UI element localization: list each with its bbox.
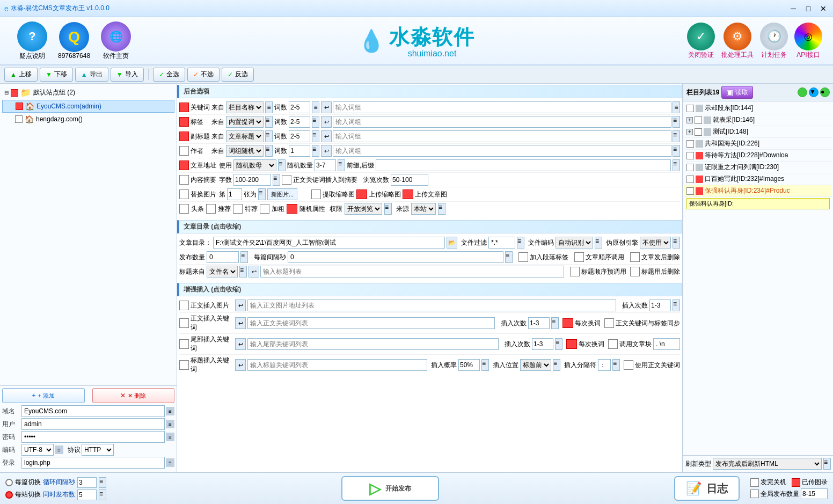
each-replace-keyword-checkbox[interactable]	[562, 318, 573, 328]
col-item-148[interactable]: + 测试[ID:148]	[684, 126, 832, 138]
keyword-copy-btn[interactable]: ↩	[321, 101, 332, 113]
global-count-input[interactable]	[801, 488, 828, 499]
insert-keyword-summary-checkbox[interactable]	[282, 175, 291, 185]
directory-input[interactable]	[213, 237, 445, 249]
article-order-checkbox[interactable]	[574, 252, 584, 262]
title-sep-input[interactable]	[598, 359, 611, 371]
tag-source-btn[interactable]: ≡	[265, 116, 273, 128]
col-item-144[interactable]: 示却段东[ID:144]	[684, 103, 832, 114]
subtitle-count-input[interactable]	[289, 130, 310, 142]
publish-count-input[interactable]	[207, 251, 239, 263]
col226-checkbox[interactable]	[686, 140, 694, 148]
tag-checkbox[interactable]	[179, 117, 189, 127]
subtitle-source-btn[interactable]: ≡	[265, 130, 273, 142]
encoding-select[interactable]: UTF-8	[21, 444, 54, 456]
file-filter-input[interactable]	[488, 237, 515, 249]
replace-image-btn[interactable]: ≡	[258, 188, 266, 200]
insert-keyword-checkbox[interactable]	[179, 318, 189, 328]
random-count-btn[interactable]: ≡	[338, 159, 345, 171]
insert-image-count-input[interactable]	[649, 300, 671, 311]
author-input[interactable]	[333, 145, 671, 157]
browse-count-input[interactable]	[391, 174, 428, 186]
backend-options-header[interactable]: 后台选项	[177, 85, 682, 98]
article-address-use-btn[interactable]: ≡	[278, 159, 286, 171]
import-button[interactable]: ▼ 导入	[111, 68, 144, 82]
keyword-source-btn[interactable]: ≡	[265, 101, 273, 113]
title-from-select[interactable]: 文件名	[207, 266, 238, 277]
keyword-count-btn[interactable]: ≡	[312, 101, 319, 113]
user-setting-icon[interactable]: ≡	[166, 420, 174, 428]
col-green2-btn[interactable]: ●	[820, 87, 830, 97]
recommend-checkbox[interactable]	[206, 204, 216, 214]
protocol-select[interactable]: HTTP	[82, 444, 114, 456]
col-blue-btn[interactable]: ▼	[809, 87, 819, 97]
per-site-radio[interactable]	[5, 491, 13, 499]
tail-keyword-count-input[interactable]	[532, 338, 553, 350]
title-keyword-prob-input[interactable]	[458, 359, 480, 371]
interval-btn[interactable]: ≡	[505, 251, 513, 263]
homepage-icon-btn[interactable]: 🌐 软件主页	[101, 21, 131, 61]
file-encoding-select[interactable]: 自动识别	[556, 237, 593, 249]
new-image-button[interactable]: 新图片...	[267, 188, 297, 200]
tail-keyword-count-btn[interactable]: ≡	[555, 338, 562, 350]
title-keyword-prob-btn[interactable]: ≡	[481, 359, 489, 371]
author-count-btn[interactable]: ≡	[312, 145, 319, 157]
title-order-checkbox[interactable]	[570, 267, 580, 276]
title-list-input[interactable]	[260, 266, 564, 277]
add-site-button[interactable]: + + 添加	[2, 388, 85, 403]
permission-select[interactable]: 开放浏览	[345, 203, 382, 215]
random-count-input[interactable]	[315, 159, 336, 171]
global-count-checkbox[interactable]	[750, 490, 759, 498]
site1-checkbox[interactable]	[16, 103, 23, 110]
subtitle-checkbox[interactable]	[179, 132, 189, 141]
tail-keyword-copy-btn[interactable]: ↩	[235, 338, 246, 350]
each-replace-tail-checkbox[interactable]	[566, 339, 577, 349]
featured-checkbox[interactable]	[233, 204, 243, 214]
upload-article-img-checkbox[interactable]	[403, 189, 413, 199]
subtitle-source-select[interactable]: 文章标题	[226, 130, 264, 142]
sync-keyword-checkbox[interactable]	[604, 318, 614, 328]
close-button[interactable]: ✕	[818, 3, 829, 14]
help-icon-btn[interactable]: ? 疑点说明	[17, 21, 47, 61]
login-input[interactable]	[21, 457, 165, 469]
password-setting-icon[interactable]: ≡	[166, 433, 174, 441]
export-button[interactable]: ▲ 导出	[75, 68, 108, 82]
col-item-226[interactable]: 共和国海关[ID:226]	[684, 138, 832, 150]
replace-image-num[interactable]	[227, 188, 242, 200]
author-checkbox[interactable]	[179, 146, 189, 156]
close-verify-btn[interactable]: ✓ 关闭验证	[687, 23, 715, 60]
insert-image-checkbox[interactable]	[179, 301, 189, 310]
col232-checkbox[interactable]	[686, 176, 694, 183]
subtitle-count-btn[interactable]: ≡	[312, 130, 319, 142]
keyword-input-btn[interactable]: ≡	[673, 101, 680, 113]
file-filter-btn[interactable]: ≡	[517, 237, 524, 249]
col-green-btn[interactable]	[798, 87, 807, 97]
refresh-type-btn[interactable]: ≡	[823, 458, 831, 470]
api-btn[interactable]: ◎ API接口	[794, 23, 822, 60]
col148-expand[interactable]: +	[686, 129, 693, 135]
call-article-block-checkbox[interactable]	[608, 339, 618, 349]
uploaded-checkbox[interactable]	[792, 478, 800, 487]
source-select[interactable]: 本站	[411, 203, 436, 215]
col-item-146[interactable]: + 就表采[ID:146]	[684, 114, 832, 126]
concurrent-input[interactable]	[77, 490, 97, 500]
invert-button[interactable]: ✓ 反选	[222, 68, 254, 82]
replace-image-checkbox[interactable]	[179, 189, 189, 199]
tail-keyword-input[interactable]	[247, 338, 499, 350]
source-btn[interactable]: ≡	[438, 203, 445, 215]
author-copy-btn[interactable]: ↩	[321, 145, 332, 157]
login-setting-icon[interactable]: ≡	[166, 458, 174, 467]
col228-checkbox[interactable]	[686, 152, 694, 159]
delete-after-checkbox[interactable]	[630, 252, 640, 262]
prefix-suffix-btn[interactable]: ≡	[673, 159, 680, 171]
log-button[interactable]: 📝 日志	[674, 476, 740, 501]
tag-count-input[interactable]	[289, 116, 310, 128]
author-source-select[interactable]: 词组随机	[226, 145, 264, 157]
publish-button[interactable]: ▷ 开始发布	[341, 476, 439, 501]
group-checkbox[interactable]	[11, 89, 18, 97]
insert-keyword-count-btn[interactable]: ≡	[551, 317, 559, 329]
tail-keyword-checkbox[interactable]	[179, 339, 189, 349]
loop-interval-btn[interactable]: ≡	[99, 477, 106, 488]
site-item-1[interactable]: 🏠 EyouCMS.com(admin)	[2, 100, 174, 113]
title-list-copy-btn[interactable]: ↩	[249, 266, 259, 277]
